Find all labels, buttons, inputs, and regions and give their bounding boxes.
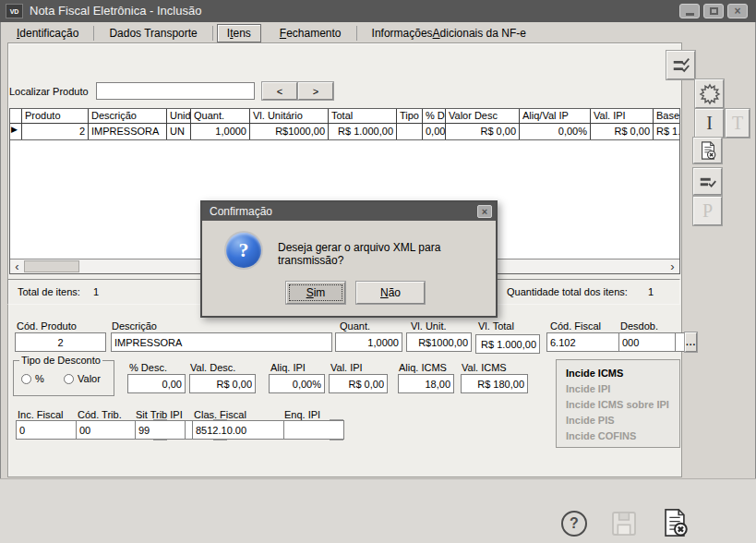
grid-header-produto: Produto	[22, 109, 89, 123]
scroll-right-icon[interactable]: ›	[666, 259, 679, 273]
minimize-button[interactable]	[679, 4, 700, 18]
search-input[interactable]	[96, 82, 255, 100]
cod-produto-field[interactable]	[15, 332, 106, 352]
cell-pct-desc: 0,00	[423, 124, 446, 139]
document-x-icon	[698, 140, 718, 161]
descricao-field[interactable]	[111, 332, 332, 352]
list-item: Incide ICMS sobre IPI	[566, 397, 679, 413]
radio-valor[interactable]: Valor	[64, 373, 101, 384]
val-icms-label: Val. ICMS	[462, 362, 507, 373]
save-floppy-icon	[609, 509, 639, 538]
total-itens-label: Total de itens:	[18, 286, 80, 297]
incide-listbox: Incide ICMS Incide IPI Incide ICMS sobre…	[556, 359, 680, 448]
title-bar[interactable]: VD Nota Fiscal Eletrônica - Inclusão ×	[0, 0, 756, 22]
grid-header-aliq-val-ipi: Aliq/Val IP	[520, 109, 591, 123]
list-item: Incide COFINS	[566, 428, 679, 444]
tipo-desconto-legend: Tipo de Desconto	[19, 355, 102, 366]
clas-fiscal-group: ...	[192, 420, 282, 440]
letter-i-button[interactable]: I	[695, 109, 724, 138]
table-row[interactable]: ▶ 2 IMPRESSORA UN 1,0000 R$1000,00 R$ 1.…	[10, 124, 679, 140]
search-label: Localizar Produto	[9, 86, 89, 97]
cancel-document-button[interactable]	[693, 138, 722, 163]
grid-header-vl-unitario: Vl. Unitário	[250, 109, 329, 123]
descricao-label: Descrição	[112, 320, 157, 332]
close-button[interactable]: ×	[727, 4, 748, 18]
grid-header-tipo: Tipo	[397, 109, 423, 123]
aliq-icms-label: Aliq. ICMS	[399, 362, 447, 373]
sit-trib-ipi-label: Sit Trib IPI	[136, 409, 183, 420]
val-ipi-label: Val. IPI	[330, 362, 363, 373]
list-item: Incide ICMS	[566, 366, 679, 381]
tab-identificacao[interactable]: Identificação	[2, 24, 93, 42]
document-x-icon	[659, 507, 690, 538]
confirmation-dialog: Confirmação × ? Deseja gerar o arquivo X…	[200, 200, 498, 318]
quant-label: Quant.	[340, 320, 370, 332]
confirm-button[interactable]	[693, 168, 722, 195]
quantidade-total-label: Quantidade total dos itens:	[507, 286, 628, 297]
yes-button[interactable]: Sim	[286, 282, 345, 304]
no-button[interactable]: Não	[356, 282, 425, 304]
pct-desc-field[interactable]	[127, 374, 186, 393]
tab-informacoes-adicionais[interactable]: Informações Adicionais da NF-e	[357, 24, 541, 42]
quantidade-total-value: 1	[648, 286, 654, 297]
grid-header-valor-desc: Valor Desc	[446, 109, 520, 123]
cell-aliq-val-ipi: 0,00%	[520, 124, 591, 139]
grid-header-val-ipi: Val. IPI	[591, 109, 654, 123]
cell-vl-unitario: R$1000,00	[250, 124, 329, 139]
val-ipi-field[interactable]	[329, 374, 388, 393]
dialog-title: Confirmação	[210, 205, 272, 218]
next-item-button[interactable]: >	[298, 82, 333, 100]
app-window: VD Nota Fiscal Eletrônica - Inclusão × I…	[0, 0, 756, 543]
tab-dados-transporte[interactable]: Dados Transporte	[94, 24, 211, 42]
val-icms-field[interactable]	[461, 374, 528, 393]
vl-unit-label: Vl. Unit.	[411, 320, 447, 332]
maximize-icon	[710, 7, 718, 15]
help-button[interactable]: ?	[561, 511, 587, 537]
letter-t-icon: T	[732, 113, 743, 134]
vl-unit-field[interactable]	[406, 332, 472, 352]
confirm-all-button[interactable]	[666, 51, 695, 79]
lines-check-icon	[671, 55, 691, 76]
radio-valor-icon	[64, 374, 74, 384]
window-title: Nota Fiscal Eletrônica - Inclusão	[30, 4, 201, 18]
cell-produto: 2	[22, 124, 89, 139]
val-desc-field[interactable]	[189, 374, 256, 393]
dialog-close-button[interactable]: ×	[477, 205, 492, 218]
aliq-icms-field[interactable]	[398, 374, 454, 393]
total-itens-value: 1	[93, 286, 99, 297]
grid-header-total: Total	[329, 109, 397, 123]
cell-tipo	[397, 124, 423, 139]
radio-percent[interactable]: %	[21, 373, 44, 384]
aliq-ipi-field[interactable]	[269, 374, 325, 393]
cancel-close-button[interactable]	[659, 507, 690, 540]
desdob-field[interactable]	[618, 332, 676, 352]
tab-fechamento[interactable]: Fechamento	[265, 24, 356, 42]
list-item: Incide IPI	[566, 381, 679, 397]
quant-field[interactable]	[335, 332, 402, 352]
cod-fiscal-browse-button[interactable]: ...	[685, 332, 697, 352]
enq-ipi-field[interactable]	[283, 420, 344, 440]
letter-p-icon: P	[702, 200, 713, 222]
letter-p-button: P	[693, 197, 722, 225]
scroll-left-icon[interactable]: ‹	[10, 259, 24, 273]
scrollbar-thumb[interactable]	[24, 260, 79, 272]
cod-fiscal-label: Cód. Fiscal	[550, 320, 601, 332]
maximize-button[interactable]	[703, 4, 724, 18]
tab-bar: Identificação Dados Transporte Itens Fec…	[2, 24, 541, 42]
grid-header-indicator	[10, 109, 22, 123]
grid-header-row: Produto Descrição Unid Quant. Vl. Unitár…	[10, 109, 679, 124]
tab-itens[interactable]: Itens	[217, 24, 261, 42]
sit-trib-ipi-field[interactable]	[135, 420, 186, 440]
burst-star-icon	[699, 83, 721, 105]
footer-bar	[0, 478, 756, 543]
prev-item-button[interactable]: <	[262, 82, 297, 100]
cod-trib-label: Cód. Trib.	[78, 409, 122, 420]
aliq-ipi-label: Aliq. IPI	[270, 362, 306, 373]
grid-header-unid: Unid	[167, 109, 191, 123]
grid-header-pct-desc: % De	[423, 109, 446, 123]
vl-total-field[interactable]	[475, 334, 540, 354]
enq-ipi-label: Enq. IPI	[284, 409, 320, 420]
burst-star-button[interactable]	[695, 79, 724, 108]
dialog-title-bar[interactable]: Confirmação ×	[202, 202, 496, 221]
dialog-message: Deseja gerar o arquivo XML para transmis…	[278, 241, 496, 267]
